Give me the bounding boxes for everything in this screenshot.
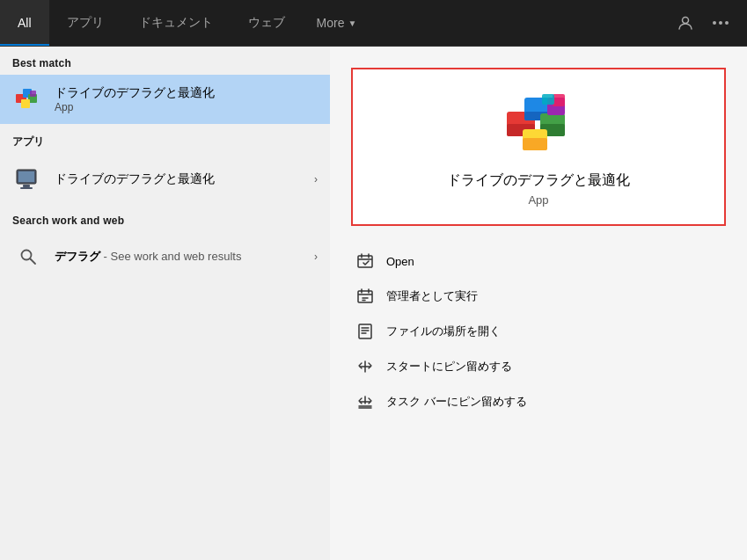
svg-rect-25 xyxy=(542,94,554,105)
svg-point-1 xyxy=(713,21,716,25)
open-label: Open xyxy=(386,255,414,268)
svg-point-3 xyxy=(725,21,729,25)
app-icon xyxy=(12,164,44,195)
svg-line-14 xyxy=(31,259,36,265)
search-glass-icon xyxy=(19,248,37,265)
apps-section-label: アプリ xyxy=(0,124,330,155)
action-list: Open 管理者として実行 xyxy=(351,244,726,419)
best-match-label: Best match xyxy=(0,47,330,75)
best-match-item-text: ドライブのデフラグと最適化 App xyxy=(55,85,215,113)
pin-taskbar-icon xyxy=(356,393,374,411)
action-open[interactable]: Open xyxy=(351,244,726,279)
pin-taskbar-label: タスク バーにピン留めする xyxy=(386,394,527,410)
ellipsis-icon-button[interactable] xyxy=(705,7,736,39)
person-icon-button[interactable] xyxy=(670,7,701,39)
pin-start-label: スタートにピン留めする xyxy=(386,359,512,375)
svg-rect-7 xyxy=(21,99,30,108)
svg-point-13 xyxy=(22,251,32,260)
svg-rect-10 xyxy=(18,171,34,182)
tab-web[interactable]: ウェブ xyxy=(231,0,303,46)
svg-rect-24 xyxy=(553,94,565,106)
action-open-location[interactable]: ファイルの場所を開く xyxy=(351,314,726,349)
location-icon xyxy=(356,323,374,340)
best-match-app-icon xyxy=(12,84,44,115)
pin-start-icon xyxy=(356,358,374,375)
app-list-item[interactable]: ドライブのデフラグと最適化 › xyxy=(0,155,330,204)
svg-point-0 xyxy=(683,18,689,24)
search-web-text: デフラグ - See work and web results xyxy=(55,249,241,265)
tab-all[interactable]: All xyxy=(0,0,49,46)
svg-rect-28 xyxy=(359,324,371,338)
action-run-as-admin[interactable]: 管理者として実行 xyxy=(351,279,726,314)
nav-right-actions xyxy=(670,0,747,46)
best-match-item[interactable]: ドライブのデフラグと最適化 App xyxy=(0,75,330,124)
app-detail-subtitle: App xyxy=(528,193,548,207)
more-arrow-icon: ▼ xyxy=(348,18,356,28)
svg-rect-11 xyxy=(23,185,30,187)
monitor-icon xyxy=(16,169,40,190)
nav-bar: All アプリ ドキュメント ウェブ More ▼ xyxy=(0,0,747,47)
app-item-arrow-icon: › xyxy=(314,173,318,185)
search-web-item[interactable]: デフラグ - See work and web results › xyxy=(0,232,330,281)
action-pin-taskbar[interactable]: タスク バーにピン留めする xyxy=(351,384,726,419)
more-dropdown[interactable]: More ▼ xyxy=(303,0,371,46)
action-pin-start[interactable]: スタートにピン留めする xyxy=(351,349,726,384)
search-web-label: Search work and web xyxy=(0,204,330,232)
svg-rect-12 xyxy=(20,187,33,189)
search-icon xyxy=(12,241,44,273)
app-detail-icon xyxy=(503,91,574,161)
defrag-icon-small xyxy=(14,85,42,113)
open-location-label: ファイルの場所を開く xyxy=(386,324,501,339)
left-panel: Best match ドライブのデフラグと最適化 xyxy=(0,47,330,560)
tab-documents[interactable]: ドキュメント xyxy=(121,0,231,46)
svg-rect-22 xyxy=(523,138,547,150)
right-panel: ドライブのデフラグと最適化 App Open xyxy=(330,47,747,560)
svg-rect-26 xyxy=(358,256,372,267)
main-content: Best match ドライブのデフラグと最適化 xyxy=(0,47,747,560)
open-icon xyxy=(356,252,374,270)
run-as-admin-label: 管理者として実行 xyxy=(386,288,478,304)
svg-point-2 xyxy=(719,21,722,25)
app-item-text: ドライブのデフラグと最適化 xyxy=(55,171,215,187)
app-detail-card: ドライブのデフラグと最適化 App xyxy=(351,68,726,226)
admin-icon xyxy=(356,287,374,305)
app-detail-title: ドライブのデフラグと最適化 xyxy=(447,171,630,190)
tab-apps[interactable]: アプリ xyxy=(49,0,121,46)
svg-rect-8 xyxy=(30,91,36,97)
search-web-arrow-icon: › xyxy=(314,251,318,263)
